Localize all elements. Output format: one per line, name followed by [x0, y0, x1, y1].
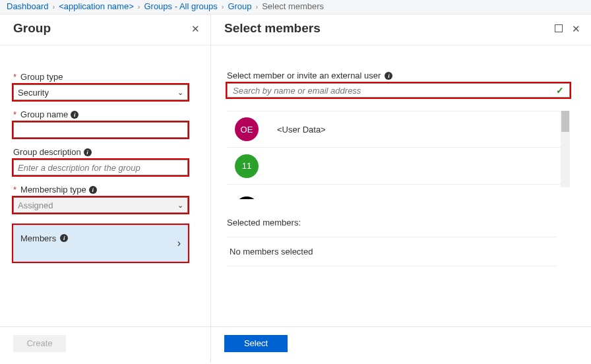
search-placeholder: Search by name or email address: [233, 86, 361, 96]
close-icon[interactable]: ✕: [572, 24, 580, 34]
members-tile-label: Members: [20, 233, 56, 243]
required-asterisk: *: [13, 109, 16, 119]
membership-type-select[interactable]: Assigned ⌄: [13, 197, 188, 213]
select-members-panel: Select members ✕ Select member or invite…: [211, 15, 591, 363]
group-type-select[interactable]: Security ⌄: [13, 84, 188, 100]
info-icon[interactable]: i: [89, 186, 97, 194]
required-asterisk: *: [13, 72, 16, 82]
info-icon[interactable]: i: [385, 72, 392, 80]
group-name-input[interactable]: [13, 122, 188, 138]
membership-type-label: * Membership type i: [13, 185, 197, 195]
member-name: <User Data>: [277, 125, 326, 135]
select-members-header: Select members ✕: [211, 15, 591, 46]
group-description-placeholder: Enter a description for the group: [18, 163, 140, 173]
required-asterisk: *: [13, 185, 16, 195]
search-label: Select member or invite an external user…: [227, 71, 575, 80]
breadcrumb-current: Select members: [262, 1, 324, 11]
group-name-label: * Group name i: [13, 109, 197, 119]
avatar: OE: [235, 117, 259, 141]
info-icon[interactable]: i: [84, 148, 92, 156]
maximize-icon[interactable]: [555, 24, 563, 32]
group-panel-title: Group: [13, 21, 51, 36]
breadcrumb-dashboard[interactable]: Dashboard: [7, 1, 49, 11]
breadcrumb: Dashboard › <application name> › Groups …: [0, 0, 591, 15]
select-members-body: Select member or invite an external user…: [211, 46, 591, 326]
close-icon[interactable]: ✕: [191, 24, 200, 34]
checkmark-icon: ✓: [556, 85, 564, 96]
breadcrumb-group[interactable]: Group: [228, 1, 251, 11]
chevron-right-icon: ›: [256, 3, 259, 11]
member-search-input[interactable]: Search by name or email address ✓: [227, 83, 570, 98]
member-row[interactable]: OE <User Data>: [227, 111, 570, 148]
info-icon: i: [60, 234, 68, 242]
chevron-down-icon: ⌄: [177, 201, 183, 210]
breadcrumb-groups-all[interactable]: Groups - All groups: [144, 1, 217, 11]
group-description-input[interactable]: Enter a description for the group: [13, 160, 188, 175]
members-tile[interactable]: Members i ›: [13, 225, 188, 262]
membership-type-value: Assigned: [18, 200, 53, 210]
chevron-right-icon: ›: [222, 3, 224, 11]
no-members-selected: No members selected: [227, 237, 557, 266]
avatar: 11: [235, 154, 259, 178]
member-list: OE <User Data> 11: [227, 111, 570, 199]
select-members-footer: Select: [211, 326, 591, 363]
scrollbar-thumb[interactable]: [561, 111, 569, 132]
chevron-down-icon: ⌄: [177, 88, 183, 97]
group-panel-body: * Group type Security ⌄ * Group name i G…: [0, 46, 210, 326]
member-row[interactable]: [227, 185, 570, 199]
group-panel: Group ✕ * Group type Security ⌄ * Group …: [0, 15, 211, 363]
scrollbar[interactable]: [561, 111, 570, 187]
group-type-label: * Group type: [13, 72, 197, 82]
select-button[interactable]: Select: [224, 335, 288, 352]
breadcrumb-app-name[interactable]: <application name>: [59, 1, 133, 11]
member-row[interactable]: 11: [227, 148, 570, 185]
group-panel-footer: Create: [0, 326, 210, 363]
create-button: Create: [13, 335, 66, 352]
group-type-value: Security: [18, 88, 49, 98]
avatar: [235, 197, 259, 199]
chevron-right-icon: ›: [177, 237, 181, 249]
chevron-right-icon: ›: [53, 3, 55, 11]
selected-members-label: Selected members:: [227, 218, 575, 228]
chevron-right-icon: ›: [138, 3, 140, 11]
group-description-label: Group description i: [13, 147, 197, 157]
info-icon[interactable]: i: [71, 111, 78, 119]
select-members-title: Select members: [224, 21, 321, 36]
group-panel-header: Group ✕: [0, 15, 210, 46]
